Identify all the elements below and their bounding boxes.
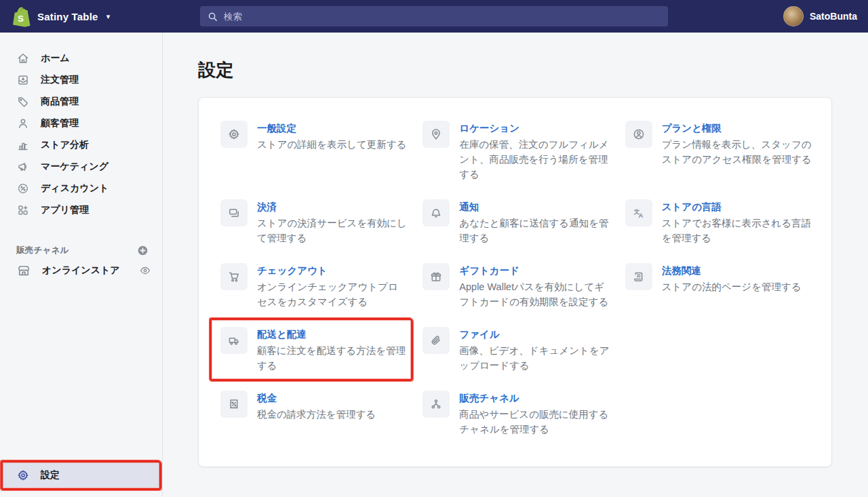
payment-cards-icon-box	[220, 199, 248, 226]
settings-card-text: ストアの言語ストアでお客様に表示される言語を管理する	[662, 199, 812, 245]
settings-card-title-link[interactable]: 一般設定	[257, 121, 296, 136]
settings-card-language[interactable]: 文Aストアの言語ストアでお客様に表示される言語を管理する	[625, 199, 812, 245]
settings-card-panel: 一般設定ストアの詳細を表示して更新するロケーション在庫の保管、注文のフルフィルメ…	[198, 97, 832, 467]
topbar: S Satiny Table ▾ SatoBunta	[0, 0, 868, 33]
sidebar-item-home[interactable]: ホーム	[0, 47, 162, 69]
search-icon	[207, 11, 218, 22]
marketing-icon	[16, 160, 30, 174]
settings-card-truck[interactable]: 配送と配達顧客に注文を配送する方法を管理する	[220, 327, 408, 373]
person-circle-icon-box	[625, 121, 652, 148]
settings-card-title-link[interactable]: チェックアウト	[257, 264, 328, 278]
settings-card-description: 顧客に注文を配送する方法を管理する	[257, 343, 408, 373]
settings-card-title-link[interactable]: 決済	[257, 200, 277, 214]
settings-card-description: 税金の請求方法を管理する	[257, 407, 376, 422]
settings-card-receipt-percent[interactable]: 税金税金の請求方法を管理する	[220, 391, 408, 422]
avatar	[783, 6, 804, 26]
settings-card-bell[interactable]: 通知あなたと顧客に送信する通知を管理する	[422, 199, 610, 245]
receipt-percent-icon	[227, 397, 241, 411]
settings-card-description: ストアの法的ページを管理する	[662, 279, 802, 294]
bell-icon-box	[422, 199, 450, 226]
settings-card-description: ストアでお客様に表示される言語を管理する	[662, 216, 812, 245]
view-online-store-button[interactable]	[138, 263, 153, 278]
settings-card-cart[interactable]: チェックアウトオンラインチェックアウトプロセスをカスタマイズする	[220, 263, 408, 309]
settings-card-title-link[interactable]: ファイル	[459, 327, 499, 342]
sidebar-item-settings[interactable]: 設定	[3, 462, 159, 488]
sidebar-item-label: 顧客管理	[41, 117, 79, 130]
settings-card-location[interactable]: ロケーション在庫の保管、注文のフルフィルメント、商品販売を行う場所を管理する	[422, 121, 610, 182]
settings-card-title-link[interactable]: ストアの言語	[662, 200, 722, 214]
sidebar-item-customers[interactable]: 顧客管理	[0, 113, 162, 134]
settings-card-description: ストアの詳細を表示して更新する	[257, 137, 407, 152]
sidebar-item-orders[interactable]: 注文管理	[0, 69, 162, 91]
settings-card-gift[interactable]: ギフトカードApple Walletパスを有効にしてギフトカードの有効期限を設定…	[422, 263, 610, 309]
settings-card-title-link[interactable]: 法務関連	[662, 264, 701, 278]
sales-channels-list: オンラインストア	[0, 259, 162, 282]
svg-text:A: A	[638, 212, 643, 219]
settings-card-text: 配送と配達顧客に注文を配送する方法を管理する	[257, 327, 408, 373]
settings-card-description: あなたと顧客に送信する通知を管理する	[459, 216, 610, 245]
settings-card-person-circle[interactable]: プランと権限プラン情報を表示し、スタッフのストアのアクセス権限を管理する	[625, 121, 812, 167]
settings-card-description: 在庫の保管、注文のフルフィルメント、商品販売を行う場所を管理する	[459, 137, 610, 182]
customers-icon	[16, 117, 30, 130]
sidebar-item-storefront[interactable]: オンラインストア	[0, 259, 162, 282]
paperclip-icon-box	[422, 327, 450, 354]
truck-icon	[227, 334, 241, 347]
settings-card-row: 配送と配達顧客に注文を配送する方法を管理するファイル画像、ビデオ、ドキュメントを…	[220, 327, 812, 373]
sidebar-item-analytics[interactable]: ストア分析	[0, 134, 162, 156]
settings-card-row: 一般設定ストアの詳細を表示して更新するロケーション在庫の保管、注文のフルフィルメ…	[220, 121, 812, 182]
page-title: 設定	[198, 58, 832, 82]
sales-channels-header: 販売チャネル	[0, 241, 162, 259]
home-icon	[16, 52, 30, 65]
sidebar-item-label: 注文管理	[41, 74, 79, 86]
settings-card-text: プランと権限プラン情報を表示し、スタッフのストアのアクセス権限を管理する	[662, 121, 812, 167]
sidebar-item-label: ストア分析	[41, 139, 89, 151]
location-icon-box	[422, 121, 450, 148]
sidebar-nav: ホーム注文管理商品管理顧客管理ストア分析マーケティングディスカウントアプリ管理	[0, 33, 162, 221]
orders-icon	[16, 73, 30, 87]
user-menu-button[interactable]: SatoBunta	[783, 0, 857, 33]
settings-card-text: 決済ストアの決済サービスを有効にして管理する	[257, 199, 408, 245]
sales-channels-label: 販売チャネル	[16, 245, 68, 256]
discounts-icon	[16, 182, 30, 195]
settings-card-payment-cards[interactable]: 決済ストアの決済サービスを有効にして管理する	[220, 199, 408, 245]
paperclip-icon	[429, 334, 443, 347]
sidebar-item-apps[interactable]: アプリ管理	[0, 199, 162, 221]
apps-icon	[16, 203, 30, 217]
settings-card-title-link[interactable]: ギフトカード	[459, 264, 519, 278]
person-circle-icon	[632, 127, 646, 141]
sidebar-item-label: ホーム	[41, 52, 70, 64]
settings-card-text: チェックアウトオンラインチェックアウトプロセスをカスタマイズする	[257, 263, 408, 309]
storefront-icon	[16, 263, 31, 278]
eye-icon	[139, 264, 151, 277]
settings-card-network[interactable]: 販売チャネル商品やサービスの販売に使用するチャネルを管理する	[422, 391, 610, 437]
settings-card-scroll[interactable]: 法務関連ストアの法的ページを管理する	[625, 263, 812, 294]
sidebar-item-marketing[interactable]: マーケティング	[0, 156, 162, 178]
settings-card-description: Apple Walletパスを有効にしてギフトカードの有効期限を設定する	[459, 279, 610, 309]
settings-card-row: 決済ストアの決済サービスを有効にして管理する通知あなたと顧客に送信する通知を管理…	[220, 199, 812, 245]
user-name: SatoBunta	[810, 11, 857, 22]
search-input[interactable]	[224, 12, 661, 22]
sidebar-item-discounts[interactable]: ディスカウント	[0, 178, 162, 199]
cart-icon-box	[220, 263, 248, 290]
receipt-percent-icon-box	[220, 391, 248, 418]
settings-card-title-link[interactable]: 税金	[257, 391, 277, 405]
settings-card-title-link[interactable]: ロケーション	[459, 121, 519, 136]
sidebar-item-label: ディスカウント	[41, 182, 108, 195]
add-sales-channel-button[interactable]	[135, 243, 150, 258]
store-name: Satiny Table	[37, 11, 98, 22]
settings-card-title-link[interactable]: 販売チャネル	[459, 391, 519, 405]
settings-card-title-link[interactable]: 配送と配達	[257, 327, 307, 342]
shopify-logo: S	[12, 6, 31, 27]
settings-card-paperclip[interactable]: ファイル画像、ビデオ、ドキュメントをアップロードする	[422, 327, 610, 373]
sidebar: ホーム注文管理商品管理顧客管理ストア分析マーケティングディスカウントアプリ管理 …	[0, 33, 163, 497]
settings-card-description: 商品やサービスの販売に使用するチャネルを管理する	[459, 407, 610, 437]
settings-card-text: ファイル画像、ビデオ、ドキュメントをアップロードする	[459, 327, 610, 373]
sidebar-item-products[interactable]: 商品管理	[0, 91, 162, 113]
settings-card-gear[interactable]: 一般設定ストアの詳細を表示して更新する	[220, 121, 408, 152]
analytics-icon	[16, 138, 30, 152]
sidebar-item-label: マーケティング	[41, 161, 108, 173]
store-switcher-button[interactable]: S Satiny Table ▾	[8, 0, 114, 33]
search-bar[interactable]	[200, 6, 668, 26]
settings-card-title-link[interactable]: プランと権限	[662, 121, 722, 136]
settings-card-title-link[interactable]: 通知	[459, 200, 479, 214]
